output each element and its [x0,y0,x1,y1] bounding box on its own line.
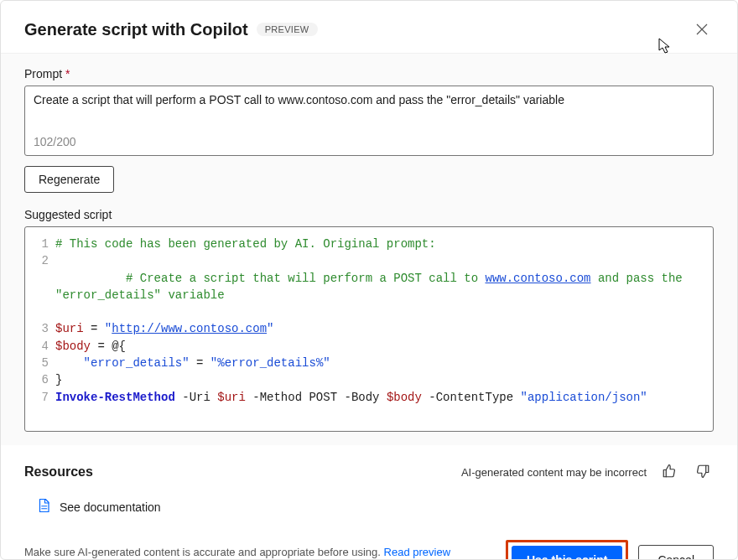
footer-note-text: Make sure AI-generated content is accura… [24,546,384,558]
body-section: Prompt * Create a script that will perfo… [1,53,737,445]
code-line-3: 3 $uri = "http://www.contoso.com" [35,320,703,337]
copilot-script-dialog: Generate script with Copilot PREVIEW Pro… [0,0,738,560]
thumbs-up-icon [662,464,677,479]
code-line-1: 1 # This code has been generated by AI. … [35,236,703,252]
prompt-input[interactable]: Create a script that will perform a POST… [34,93,704,133]
use-this-script-button[interactable]: Use this script [512,546,622,560]
dialog-title: Generate script with Copilot [24,20,248,39]
doc-link-row: See documentation [1,490,737,531]
see-documentation-link[interactable]: See documentation [60,500,161,514]
dialog-footer: Make sure AI-generated content is accura… [1,531,737,560]
dialog-header: Generate script with Copilot PREVIEW [1,1,737,53]
ai-disclaimer: AI-generated content may be incorrect [461,466,647,479]
required-asterisk: * [65,67,70,80]
regenerate-button[interactable]: Regenerate [24,166,114,193]
suggested-script-code[interactable]: 1 # This code has been generated by AI. … [24,226,714,432]
code-line-6: 6 } [35,371,703,388]
title-wrap: Generate script with Copilot PREVIEW [24,20,318,39]
prompt-label-text: Prompt [24,67,62,80]
preview-badge: PREVIEW [257,23,318,36]
code-line-5: 5 "error_details" = "%error_details%" [35,355,703,371]
resources-row: Resources AI-generated content may be in… [1,445,737,490]
close-button[interactable] [690,18,714,41]
use-script-highlight: Use this script [506,540,628,560]
resources-title: Resources [24,464,93,480]
document-icon [36,498,51,516]
close-icon [695,23,709,36]
prompt-input-container: Create a script that will perform a POST… [24,86,714,156]
prompt-label: Prompt * [24,67,714,80]
thumbs-down-icon [695,464,710,479]
code-line-7: 7 Invoke-RestMethod -Uri $uri -Method PO… [35,389,703,406]
code-line-2: 2 # Create a script that will perform a … [35,252,703,320]
code-line-4: 4 $body = @{ [35,338,703,355]
thumbs-down-button[interactable] [692,460,714,485]
feedback-wrap: AI-generated content may be incorrect [461,460,714,485]
suggested-script-label: Suggested script [24,208,714,221]
thumbs-up-button[interactable] [658,460,680,485]
footer-note: Make sure AI-generated content is accura… [24,545,460,560]
prompt-char-count: 102/200 [34,135,704,148]
footer-actions: Use this script Cancel [506,540,714,560]
cancel-button[interactable]: Cancel [638,545,714,560]
